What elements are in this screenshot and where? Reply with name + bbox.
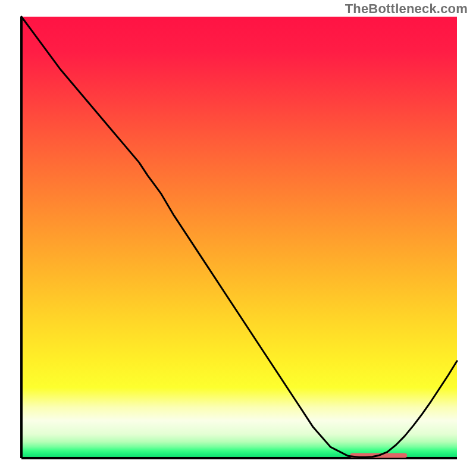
bottleneck-chart bbox=[0, 0, 476, 476]
chart-container: TheBottleneck.com bbox=[0, 0, 476, 476]
plot-background bbox=[21, 17, 457, 458]
